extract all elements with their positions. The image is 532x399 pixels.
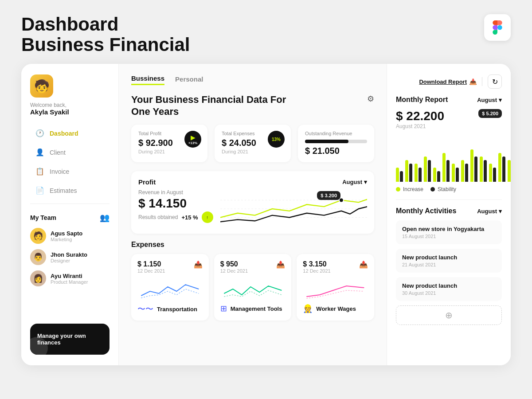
revenue-value: $ 14.150 — [138, 196, 213, 211]
monthly-report-month-selector[interactable]: August ▾ — [477, 97, 502, 103]
sidebar-item-client[interactable]: 👤 Client — [30, 144, 110, 161]
tab-personal[interactable]: Personal — [175, 75, 203, 85]
stat-total-expenses: Total Expenses $ 24.050 During 2021 13% — [215, 125, 291, 162]
legend-increase-label: Increase — [403, 186, 423, 192]
dashboard-icon: 🕐 — [35, 129, 44, 137]
results-pct: +15 % — [181, 214, 198, 221]
member-name-2: Jhon Surakto — [51, 251, 87, 258]
sidebar-item-estimates-label: Estimates — [50, 187, 77, 194]
client-icon: 👤 — [35, 148, 44, 156]
refresh-button[interactable]: ↻ — [488, 74, 502, 89]
member-role-1: Marketing — [51, 237, 82, 242]
bar-dark-11 — [502, 156, 505, 182]
expenses-title: Expenses — [131, 241, 374, 249]
member-avatar-1: 🧑 — [30, 228, 46, 244]
expense-doc-icon-0[interactable]: 📤 — [194, 260, 203, 269]
activity-item-1: New product launch 21 August 2021 — [396, 249, 502, 273]
profit-pct: +13% — [188, 141, 198, 145]
svg-point-3 — [339, 198, 344, 203]
monthly-activities-header: Monthly Activities August ▾ — [396, 207, 502, 215]
profit-chart-tooltip: $ 3.200 — [317, 191, 340, 200]
bar-group-7 — [461, 160, 468, 182]
add-activity-button[interactable]: ⊕ — [396, 305, 502, 325]
bar-group-3 — [424, 156, 431, 182]
bar-dark-9 — [484, 160, 487, 182]
sidebar-item-invoice-label: Invoice — [50, 168, 69, 175]
right-panel: Download Report 📥 ↻ Monthly Report Augus… — [387, 64, 511, 365]
sidebar: 🧒 Welcome back, Akyla Syakil 🕐 Dasboard … — [21, 64, 119, 365]
bar-dark-4 — [437, 171, 440, 182]
expense-label-1: ⊞ Management Tools — [220, 304, 286, 313]
expense-amount-0: $ 1.150 — [137, 260, 165, 268]
pct-badge: ↑ — [202, 211, 213, 223]
activity-name-2: New product launch — [402, 282, 496, 289]
sidebar-item-estimates[interactable]: 📄 Estimates — [30, 182, 110, 199]
nav-items: 🕐 Dasboard 👤 Client 📋 Invoice 📄 Estimate… — [30, 125, 110, 199]
add-team-member-icon[interactable]: 👥 — [100, 213, 110, 223]
sidebar-item-dashboard[interactable]: 🕐 Dasboard — [30, 125, 110, 142]
avatar: 🧒 — [30, 74, 53, 98]
chevron-down-icon-report: ▾ — [499, 97, 502, 103]
tab-business[interactable]: Bussiness — [131, 74, 164, 85]
bar-group-8 — [470, 149, 477, 182]
member-role-2: Designer — [51, 258, 87, 263]
refresh-icon: ↻ — [492, 78, 498, 86]
worker-wages-icon: 👷 — [303, 304, 313, 313]
stat-total-profit: Total Profit $ 92.900 During 2021 ▶ +13% — [131, 125, 207, 162]
activity-date-2: 30 August 2021 — [402, 290, 496, 296]
expense-date-2: 12 Dec 2021 — [303, 268, 330, 274]
legend-stability: Stability — [430, 186, 456, 192]
manage-finances-card[interactable]: Manage your own finances — [30, 324, 110, 355]
expense-name-2: Worker Wages — [316, 305, 356, 312]
member-name-3: Ayu Wiranti — [51, 273, 88, 279]
expense-chart-2 — [303, 278, 368, 300]
monthly-activities-month-selector[interactable]: August ▾ — [477, 208, 502, 215]
stats-row: Total Profit $ 92.900 During 2021 ▶ +13%… — [131, 125, 374, 162]
bar-green-8 — [470, 149, 473, 182]
chart-legend: Increase Stability — [396, 186, 502, 192]
bar-dark-6 — [456, 168, 459, 182]
legend-dot-stability — [430, 187, 435, 192]
bar-group-9 — [480, 156, 487, 182]
bar-green-0 — [396, 168, 399, 182]
expense-name-0: Transportation — [157, 306, 197, 313]
activity-name-0: Open new store in Yogyakarta — [402, 226, 496, 232]
bar-dark-1 — [409, 164, 412, 182]
figma-logo — [484, 14, 511, 41]
member-avatar-3: 👩 — [30, 270, 46, 286]
chevron-down-icon: ▾ — [364, 179, 367, 185]
expense-card-2: $ 3.150 12 Dec 2021 📤 👷 Worker Wage — [297, 254, 374, 321]
bar-group-10 — [489, 164, 496, 182]
legend-stability-label: Stability — [438, 186, 456, 192]
expense-doc-icon-2[interactable]: 📤 — [359, 260, 368, 269]
report-period: August 2021 — [396, 123, 502, 129]
bar-group-4 — [433, 168, 440, 182]
chevron-down-icon-activities: ▾ — [499, 208, 502, 215]
expense-chart-1 — [220, 278, 286, 300]
team-members-list: 🧑 Agus Sapto Marketing 👨 Jhon Surakto De… — [30, 228, 110, 292]
team-member-1: 🧑 Agus Sapto Marketing — [30, 228, 110, 244]
download-report-button[interactable]: Download Report 📥 — [419, 78, 477, 85]
sidebar-item-dashboard-label: Dasboard — [50, 130, 78, 137]
filter-icon[interactable]: ⚙ — [367, 94, 374, 104]
outstanding-value: $ 21.050 — [305, 146, 367, 156]
bar-green-1 — [405, 160, 408, 182]
expense-amount-2: $ 3.150 — [303, 260, 330, 268]
divider — [482, 77, 482, 86]
bar-group-0 — [396, 168, 403, 182]
bar-dark-2 — [419, 168, 422, 182]
activity-date-1: 21 August 2021 — [402, 262, 496, 267]
profit-month-select[interactable]: August ▾ — [342, 179, 367, 185]
profit-arrow-icon: ▶ — [191, 134, 196, 141]
bar-dark-3 — [428, 160, 431, 182]
expense-doc-icon-1[interactable]: 📤 — [276, 260, 285, 269]
bar-green-4 — [433, 168, 436, 182]
sidebar-item-invoice[interactable]: 📋 Invoice — [30, 163, 110, 180]
transportation-icon: 〜〜 — [137, 304, 153, 314]
page-header: Dashboard Business Financial — [0, 0, 532, 64]
expense-card-0: $ 1.150 12 Dec 2021 📤 〜〜 Transportat — [131, 254, 209, 321]
team-member-2: 👨 Jhon Surakto Designer — [30, 249, 110, 265]
sidebar-item-client-label: Client — [50, 149, 66, 156]
expenses-pct: 13% — [272, 137, 281, 142]
team-member-3: 👩 Ayu Wiranti Product Manager — [30, 270, 110, 286]
